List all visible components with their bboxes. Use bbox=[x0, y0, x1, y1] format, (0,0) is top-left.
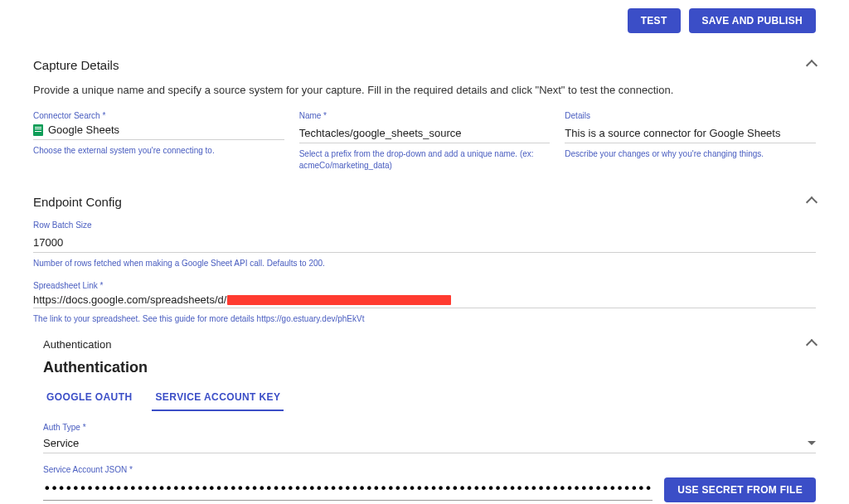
use-secret-from-file-button[interactable]: USE SECRET FROM FILE bbox=[664, 477, 816, 502]
spreadsheet-link-label: Spreadsheet Link * bbox=[33, 281, 816, 290]
caret-down-icon bbox=[808, 441, 816, 445]
row-batch-input[interactable] bbox=[33, 233, 816, 253]
details-help: Describe your changes or why you're chan… bbox=[565, 148, 816, 160]
save-publish-button[interactable]: SAVE AND PUBLISH bbox=[689, 8, 816, 33]
connector-search-input[interactable]: Google Sheets bbox=[33, 124, 284, 140]
google-sheets-icon bbox=[33, 124, 43, 136]
details-field: Details Describe your changes or why you… bbox=[565, 111, 816, 172]
details-label: Details bbox=[565, 111, 816, 120]
name-label: Name * bbox=[299, 111, 551, 120]
row-batch-field: Row Batch Size Number of rows fetched wh… bbox=[33, 220, 816, 269]
authentication-header[interactable]: Authentication bbox=[43, 338, 816, 351]
service-account-json-label: Service Account JSON * bbox=[43, 465, 816, 474]
test-button[interactable]: TEST bbox=[628, 8, 681, 33]
spreadsheet-link-input[interactable]: https://docs.google.com/spreadsheets/d/ bbox=[33, 293, 816, 308]
spreadsheet-link-help: The link to your spreadsheet. See this g… bbox=[33, 313, 816, 325]
service-account-json-field: Service Account JSON * USE SECRET FROM F… bbox=[43, 465, 816, 504]
name-field: Name * Select a prefix from the drop-dow… bbox=[299, 111, 551, 172]
capture-intro: Provide a unique name and specify a sour… bbox=[33, 84, 816, 96]
chevron-up-icon bbox=[806, 338, 817, 350]
chevron-up-icon bbox=[806, 196, 817, 207]
row-batch-label: Row Batch Size bbox=[33, 220, 816, 230]
tab-service-account-key[interactable]: SERVICE ACCOUNT KEY bbox=[152, 386, 284, 411]
row-batch-help: Number of rows fetched when making a Goo… bbox=[33, 258, 816, 269]
connector-label: Connector Search * bbox=[33, 111, 284, 120]
redacted-bar bbox=[227, 295, 451, 305]
auth-type-select[interactable]: Service bbox=[43, 435, 816, 453]
authentication-heading: Authentication bbox=[43, 359, 816, 376]
name-help: Select a prefix from the drop-down and a… bbox=[299, 148, 551, 172]
spreadsheet-link-field: Spreadsheet Link * https://docs.google.c… bbox=[33, 281, 816, 325]
tab-google-oauth[interactable]: GOOGLE OAUTH bbox=[43, 386, 135, 411]
authentication-subtitle: Authentication bbox=[43, 338, 111, 351]
connector-value: Google Sheets bbox=[48, 124, 119, 136]
auth-type-label: Auth Type * bbox=[43, 423, 816, 432]
auth-type-field: Auth Type * Service bbox=[43, 423, 816, 453]
spreadsheet-link-prefix: https://docs.google.com/spreadsheets/d/ bbox=[33, 293, 226, 306]
name-input[interactable] bbox=[299, 124, 551, 143]
endpoint-config-section: Endpoint Config Row Batch Size Number of… bbox=[33, 195, 816, 504]
connector-field: Connector Search * Google Sheets Choose … bbox=[33, 111, 284, 172]
service-account-json-input[interactable] bbox=[43, 479, 653, 501]
endpoint-config-title: Endpoint Config bbox=[33, 195, 122, 209]
auth-tabs: GOOGLE OAUTH SERVICE ACCOUNT KEY bbox=[43, 386, 816, 411]
capture-details-title: Capture Details bbox=[33, 58, 119, 72]
endpoint-config-header[interactable]: Endpoint Config bbox=[33, 195, 816, 209]
details-input[interactable] bbox=[565, 124, 816, 143]
capture-details-header[interactable]: Capture Details bbox=[33, 58, 816, 72]
auth-type-value: Service bbox=[43, 437, 79, 449]
chevron-up-icon bbox=[806, 59, 817, 70]
capture-details-section: Capture Details Provide a unique name an… bbox=[33, 58, 816, 172]
connector-help: Choose the external system you're connec… bbox=[33, 145, 284, 157]
authentication-subsection: Authentication Authentication GOOGLE OAU… bbox=[43, 338, 816, 504]
